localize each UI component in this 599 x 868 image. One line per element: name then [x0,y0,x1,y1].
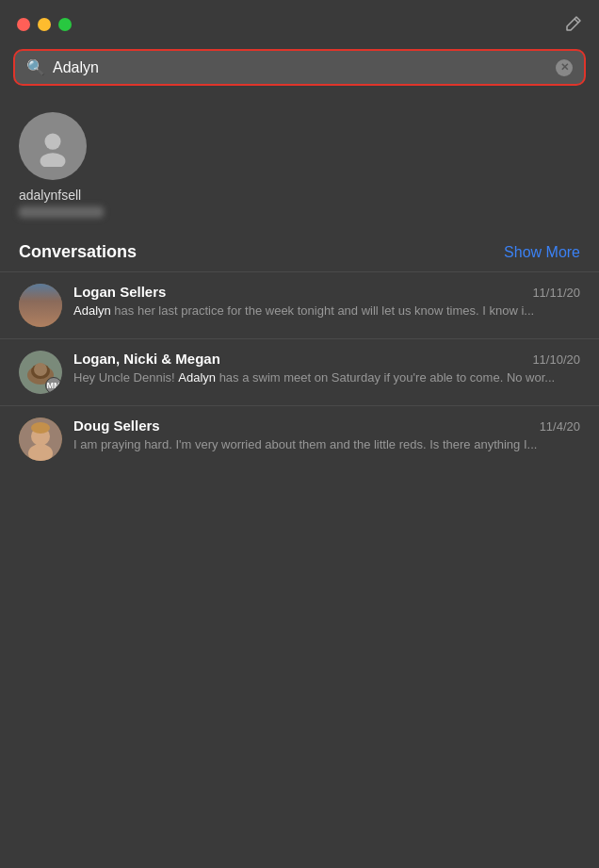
conversation-item[interactable]: Logan Sellers 11/11/20 Adalyn has her la… [0,271,599,338]
contact-avatar[interactable] [19,112,87,180]
conversation-date: 11/4/20 [540,419,580,434]
svg-point-9 [31,422,50,434]
titlebar [0,0,599,45]
avatar [19,284,62,327]
conversation-item[interactable]: Doug Sellers 11/4/20 I am praying hard. … [0,405,599,472]
show-more-button[interactable]: Show More [504,244,580,261]
close-button[interactable] [17,18,30,31]
close-icon: ✕ [560,61,569,74]
contact-detail [19,206,104,218]
search-icon: 🔍 [26,58,45,76]
avatar [19,418,62,461]
group-badge: MM [45,377,62,394]
svg-point-1 [40,153,66,167]
highlight-text: Adalyn [73,303,111,318]
clear-search-button[interactable]: ✕ [556,59,573,76]
conversations-header: Conversations Show More [0,227,599,271]
search-box: 🔍 ✕ [13,49,586,86]
search-input[interactable] [53,59,548,76]
svg-point-0 [44,134,60,150]
conversation-item[interactable]: MM Logan, Nicki & Megan 11/10/20 Hey Unc… [0,338,599,405]
conversation-preview: I am praying hard. I'm very worried abou… [73,436,580,453]
contact-username: adalynfsell [19,188,81,203]
conversation-header-row: Logan Sellers 11/11/20 [73,284,580,300]
conversation-preview: Hey Uncle Dennis! Adalyn has a swim meet… [73,369,580,386]
svg-point-5 [34,363,47,376]
conversations-label: Conversations [19,242,137,262]
doug-avatar-icon [19,418,62,461]
conversation-date: 11/11/20 [532,286,580,300]
contact-section: adalynfsell [0,99,599,227]
conversation-header-row: Logan, Nicki & Megan 11/10/20 [73,351,580,367]
conversation-name: Doug Sellers [73,418,160,434]
search-container: 🔍 ✕ [0,45,599,99]
conversation-date: 11/10/20 [532,352,580,367]
person-icon [32,125,73,167]
conversation-preview: Adalyn has her last practice for the wee… [73,303,580,319]
traffic-lights [17,18,72,31]
conversation-name: Logan, Nicki & Megan [73,351,220,367]
avatar: MM [19,351,62,394]
conversation-header-row: Doug Sellers 11/4/20 [73,418,580,434]
conversation-name: Logan Sellers [73,284,166,300]
compose-button[interactable] [563,15,582,34]
minimize-button[interactable] [38,18,51,31]
conversation-content: Doug Sellers 11/4/20 I am praying hard. … [73,418,580,453]
conversation-content: Logan Sellers 11/11/20 Adalyn has her la… [73,284,580,319]
maximize-button[interactable] [58,18,72,31]
highlight-text: Adalyn [178,370,216,385]
conversation-list: Logan Sellers 11/11/20 Adalyn has her la… [0,271,599,472]
conversation-content: Logan, Nicki & Megan 11/10/20 Hey Uncle … [73,351,580,386]
